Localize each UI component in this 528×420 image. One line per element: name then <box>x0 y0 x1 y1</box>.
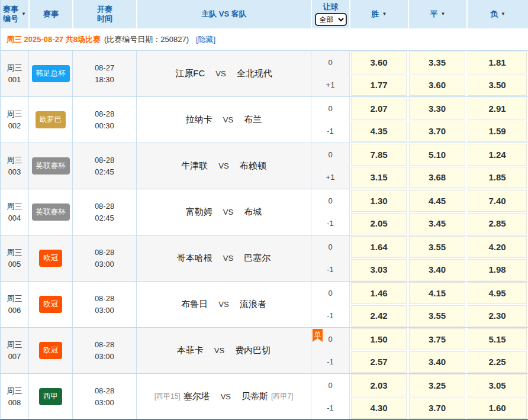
lose-odds-column: 4.20 1.98 <box>466 235 528 281</box>
match-row: 周三 002 欧罗巴 08-28 00:30 拉纳卡 VS 布兰 0 -1 2.… <box>1 96 528 143</box>
odds-cell-win[interactable]: 3.03 <box>351 259 407 281</box>
odds-cell-draw[interactable]: 3.55 <box>409 305 465 327</box>
lose-odds-column: 2.91 1.59 <box>466 97 528 143</box>
vs-label: VS <box>215 69 226 78</box>
teams-cell: 布鲁日 VS 流浪者 <box>136 282 311 327</box>
odds-cell-draw[interactable]: 3.30 <box>409 98 465 119</box>
kickoff-time-cell: 08-28 03:00 <box>72 282 136 327</box>
lose-odds-column: 3.05 1.60 <box>466 374 528 419</box>
odds-cell-lose[interactable]: 3.05 <box>468 374 527 396</box>
odds-cell-lose[interactable]: 4.20 <box>468 236 527 258</box>
hide-link[interactable]: [隐藏] <box>196 34 215 45</box>
league-cell: 韩足总杯 <box>28 51 72 96</box>
odds-cell-win[interactable]: 7.85 <box>351 144 407 166</box>
match-no-cell: 周三 002 <box>1 97 28 143</box>
vs-label: VS <box>221 392 231 401</box>
odds-cell-win[interactable]: 3.15 <box>351 167 407 189</box>
column-header-teams: 主队 VS 客队 <box>136 0 311 28</box>
odds-cell-lose[interactable]: 2.25 <box>468 351 527 373</box>
odds-cell-win[interactable]: 4.35 <box>351 121 407 143</box>
odds-cell-draw[interactable]: 3.40 <box>409 351 465 373</box>
match-row: 周三 007 欧冠 08-28 03:00 本菲卡 VS 费内巴切 单 0 -1… <box>1 327 528 373</box>
match-weekday: 周三 <box>7 385 22 397</box>
odds-cell-draw[interactable]: 3.70 <box>409 398 465 419</box>
kickoff-time-cell: 08-28 00:30 <box>72 97 136 143</box>
kickoff-date: 08-28 <box>95 385 114 397</box>
lose-label: 负 <box>490 9 498 19</box>
away-team: 布城 <box>244 206 262 218</box>
odds-cell-draw[interactable]: 3.45 <box>409 213 465 235</box>
home-team: 牛津联 <box>181 160 208 172</box>
teams-cell: 拉纳卡 VS 布兰 <box>136 97 311 143</box>
odds-cell-win[interactable]: 3.60 <box>351 51 407 73</box>
column-header-time: 开赛 时间 <box>72 0 136 28</box>
odds-cell-draw[interactable]: 3.25 <box>409 374 465 396</box>
odds-cell-lose[interactable]: 1.60 <box>468 398 527 419</box>
odds-cell-lose[interactable]: 1.59 <box>468 121 527 143</box>
chevron-down-icon[interactable]: ▼ <box>501 11 506 17</box>
draw-odds-column: 4.45 3.45 <box>408 189 466 235</box>
odds-cell-lose[interactable]: 2.30 <box>468 305 527 327</box>
column-header-handicap: 让球 全部 <box>311 0 349 28</box>
kickoff-date: 08-27 <box>95 62 114 74</box>
league-cell: 欧冠 <box>28 282 72 327</box>
league-badge: 欧冠 <box>39 342 62 359</box>
odds-cell-win[interactable]: 1.64 <box>351 236 407 258</box>
odds-cell-win[interactable]: 2.05 <box>351 213 407 235</box>
league-cell: 欧冠 <box>28 328 72 373</box>
odds-cell-lose[interactable]: 7.40 <box>468 190 527 212</box>
odds-cell-lose[interactable]: 4.95 <box>468 282 527 304</box>
odds-cell-draw[interactable]: 3.40 <box>409 259 465 281</box>
odds-cell-draw[interactable]: 5.10 <box>409 144 465 166</box>
win-odds-column: 7.85 3.15 <box>349 143 408 189</box>
league-badge: 西甲 <box>39 388 62 405</box>
odds-cell-lose[interactable]: 1.81 <box>468 51 527 73</box>
handicap-filter-select[interactable]: 全部 <box>315 13 347 26</box>
odds-cell-win[interactable]: 1.30 <box>351 190 407 212</box>
odds-cell-win[interactable]: 2.03 <box>351 374 407 396</box>
column-header-lose[interactable]: 负 ▼ <box>466 0 528 28</box>
lose-odds-column: 1.81 3.50 <box>466 51 528 96</box>
match-number: 006 <box>8 305 21 316</box>
odds-cell-win[interactable]: 4.30 <box>351 398 407 419</box>
column-header-draw[interactable]: 平 ▼ <box>408 0 466 28</box>
odds-cell-lose[interactable]: 1.98 <box>468 259 527 281</box>
lose-odds-column: 1.24 1.85 <box>466 143 528 189</box>
vs-label: VS <box>218 300 228 309</box>
odds-cell-win[interactable]: 2.57 <box>351 351 407 373</box>
odds-cell-lose[interactable]: 2.91 <box>468 98 527 119</box>
match-weekday: 周三 <box>7 62 22 74</box>
odds-cell-lose[interactable]: 1.24 <box>468 144 527 166</box>
odds-cell-lose[interactable]: 1.85 <box>468 167 527 189</box>
odds-cell-win[interactable]: 2.42 <box>351 305 407 327</box>
odds-cell-draw[interactable]: 3.35 <box>409 51 465 73</box>
odds-cell-draw[interactable]: 3.75 <box>409 328 465 350</box>
league-badge: 英联赛杯 <box>32 203 70 221</box>
column-header-match-no[interactable]: 赛事 编号 ▼ <box>1 0 28 28</box>
odds-cell-draw[interactable]: 4.45 <box>409 190 465 212</box>
odds-cell-draw[interactable]: 4.15 <box>409 282 465 304</box>
chevron-down-icon[interactable]: ▼ <box>441 11 446 17</box>
sort-arrow-icon[interactable]: ▼ <box>21 11 26 17</box>
match-no-cell: 周三 003 <box>1 143 28 189</box>
odds-cell-lose[interactable]: 5.15 <box>468 328 527 350</box>
odds-cell-draw[interactable]: 3.55 <box>409 236 465 258</box>
league-cell: 英联赛杯 <box>28 189 72 235</box>
draw-label: 平 <box>430 9 438 19</box>
teams-cell: 江原FC VS 全北现代 <box>136 51 311 96</box>
kickoff-date: 08-28 <box>95 339 114 351</box>
odds-cell-win[interactable]: 2.07 <box>351 98 407 119</box>
handicap-cell: 0 -1 <box>311 374 349 419</box>
odds-cell-draw[interactable]: 3.70 <box>409 121 465 143</box>
odds-cell-win[interactable]: 1.46 <box>351 282 407 304</box>
odds-cell-win[interactable]: 1.50 <box>351 328 407 350</box>
chevron-down-icon[interactable]: ▼ <box>382 11 387 17</box>
away-team: 全北现代 <box>237 68 272 79</box>
odds-cell-draw[interactable]: 3.60 <box>409 75 465 96</box>
odds-cell-win[interactable]: 1.77 <box>351 75 407 96</box>
match-row: 周三 005 欧冠 08-28 03:00 哥本哈根 VS 巴塞尔 0 -1 1… <box>1 235 528 281</box>
odds-cell-draw[interactable]: 3.68 <box>409 167 465 189</box>
column-header-win[interactable]: 胜 ▼ <box>349 0 408 28</box>
odds-cell-lose[interactable]: 3.50 <box>468 75 527 96</box>
odds-cell-lose[interactable]: 2.85 <box>468 213 527 235</box>
